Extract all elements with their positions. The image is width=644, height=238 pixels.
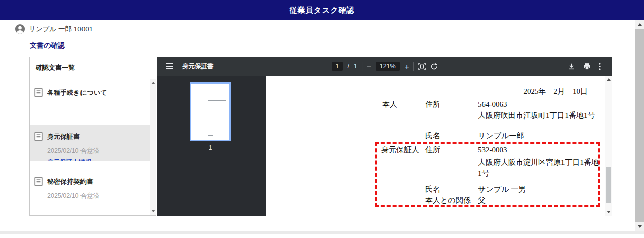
- toolbar-separator: [413, 62, 414, 71]
- zoom-out-button[interactable]: −: [367, 62, 371, 71]
- user-bar: サンプル 一郎 10001: [0, 20, 644, 38]
- list-item-status: 2025/02/10 合意済: [47, 147, 156, 155]
- doc-person-address: 大阪府吹田市江坂町1丁目1番地1号: [478, 111, 595, 120]
- sidebar-scrollbar[interactable]: [150, 79, 156, 215]
- toolbar-separator: [362, 62, 362, 71]
- thumbnail-page-number: 1: [190, 144, 231, 151]
- doc-person-postal: 564-0063: [478, 100, 507, 108]
- doc-date: 2025年 2月 10日: [524, 87, 588, 95]
- pdf-toolbar: 身元保証書 1 / 1 − 121% +: [157, 57, 612, 76]
- user-name: サンプル 一郎 10001: [29, 20, 93, 38]
- fit-page-icon[interactable]: [418, 63, 426, 70]
- doc-person-name: サンプル一郎: [478, 132, 524, 140]
- pdf-toolbar-right: [568, 57, 601, 76]
- list-item-procedures[interactable]: 各種手続きについて: [30, 79, 150, 125]
- more-options-icon[interactable]: [599, 63, 601, 70]
- pdf-content-area: 2025年 2月 10日 本人 住所 564-0063 大阪府吹田市江坂町1丁目…: [263, 76, 605, 216]
- scroll-down-arrow-icon[interactable]: [638, 225, 642, 228]
- doc-person-role: 本人: [382, 100, 397, 108]
- page-divider: /: [348, 63, 349, 70]
- app-title: 従業員タスク確認: [0, 0, 644, 20]
- screen: 従業員タスク確認 サンプル 一郎 10001 文書の確認 確認文書一覧: [0, 0, 644, 238]
- doc-person-address-label: 住所: [425, 100, 440, 108]
- list-item-label: 秘密保持契約書: [47, 177, 93, 186]
- document-icon: [34, 177, 43, 188]
- pdf-toolbar-center: 1 / 1 − 121% +: [332, 57, 438, 76]
- document-list-panel: 確認文書一覧 各種手続きについて: [29, 57, 156, 216]
- list-item-label: 各種手続きについて: [47, 88, 107, 97]
- pdf-scrollbar[interactable]: [605, 76, 612, 216]
- menu-icon[interactable]: [166, 63, 173, 71]
- document-icon: [34, 88, 43, 99]
- scrollbar-thumb[interactable]: [606, 167, 611, 203]
- page-number-input[interactable]: 1: [332, 62, 343, 71]
- scroll-up-arrow-icon[interactable]: [638, 23, 642, 26]
- document-icon: [34, 132, 43, 143]
- list-item-nda[interactable]: 秘密保持契約書 2025/02/10 合意済: [30, 161, 150, 215]
- scroll-down-arrow-icon[interactable]: [607, 211, 611, 213]
- doc-person-name-label: 氏名: [425, 132, 440, 140]
- pdf-page: 2025年 2月 10日 本人 住所 564-0063 大阪府吹田市江坂町1丁目…: [266, 76, 605, 216]
- scroll-up-arrow-icon[interactable]: [151, 82, 155, 84]
- zoom-in-button[interactable]: +: [405, 62, 409, 71]
- list-item-status: 2025/02/10 合意済: [47, 192, 150, 200]
- footer-divider: [0, 231, 644, 234]
- list-item-identity-guarantee[interactable]: 身元保証書 2025/02/10 合意済 身元保証人情報: [30, 125, 156, 161]
- page-thumbnail[interactable]: [190, 82, 231, 141]
- scrollbar-thumb[interactable]: [635, 29, 644, 222]
- scroll-down-arrow-icon[interactable]: [151, 210, 155, 212]
- pdf-viewer: 身元保証書 1 / 1 − 121% +: [157, 57, 612, 216]
- print-icon[interactable]: [583, 63, 591, 70]
- page-title: 文書の確認: [30, 41, 65, 50]
- list-item-label: 身元保証書: [47, 132, 80, 141]
- pdf-thumbnail-panel: 1: [157, 76, 263, 216]
- document-list: 各種手続きについて 身元保証書 2025/02/10 合意済 身元保証人情報: [30, 79, 156, 215]
- zoom-level: 121%: [376, 62, 400, 71]
- pdf-document-title: 身元保証書: [182, 57, 214, 76]
- download-icon[interactable]: [568, 63, 575, 70]
- rotate-icon[interactable]: [430, 63, 438, 70]
- user-avatar-icon: [15, 24, 25, 34]
- page-total: 1: [354, 63, 357, 70]
- app-header-bar: 従業員タスク確認: [0, 0, 644, 20]
- scroll-up-arrow-icon[interactable]: [607, 78, 611, 81]
- document-list-title: 確認文書一覧: [30, 57, 156, 78]
- highlight-red-dashed-box: [375, 142, 600, 207]
- browser-scrollbar[interactable]: [635, 20, 644, 231]
